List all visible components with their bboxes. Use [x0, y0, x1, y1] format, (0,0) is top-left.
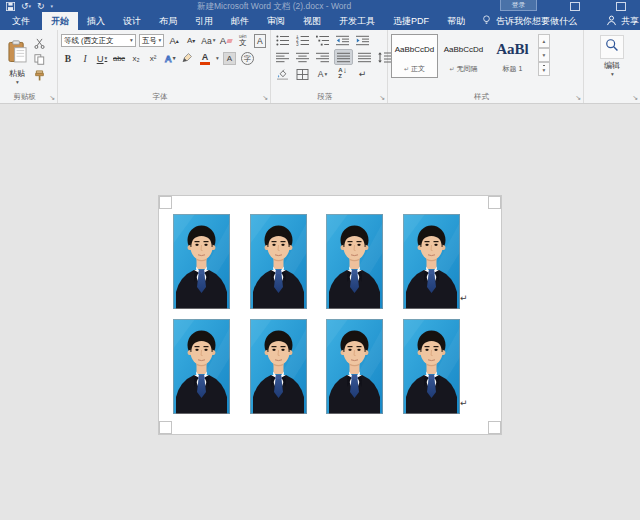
format-painter-button[interactable]	[31, 69, 47, 81]
redo-icon[interactable]: ↻	[37, 1, 45, 11]
tab-review[interactable]: 审阅	[258, 12, 294, 30]
title-bar: ↺▾ ↻ ▾ 新建Microsoft Word 文档 (2).docx - Wo…	[0, 0, 640, 12]
align-center-button[interactable]	[294, 50, 311, 64]
shrink-font-button[interactable]: A▾	[184, 33, 198, 48]
id-photo[interactable]	[173, 319, 230, 414]
window-title: 新建Microsoft Word 文档 (2).docx - Word	[197, 0, 351, 12]
subscript-button[interactable]: x₂	[129, 51, 143, 66]
tab-pdf-addin[interactable]: 迅捷PDF	[384, 12, 438, 30]
id-photo[interactable]	[326, 214, 383, 309]
id-photo[interactable]	[403, 319, 460, 414]
strikethrough-button[interactable]: abc	[112, 51, 126, 66]
show-hide-marks-button[interactable]: ↵	[354, 67, 371, 81]
styles-scroll-down-icon[interactable]: ▾	[538, 48, 550, 62]
styles-group: AaBbCcDd ↵ 正文 AaBbCcDd ↵ 无间隔 AaBl 标题 1 ▴…	[388, 30, 584, 103]
tab-developer[interactable]: 开发工具	[330, 12, 384, 30]
sign-in-button[interactable]: 登录	[500, 0, 537, 11]
paste-dropdown-icon[interactable]: ▾	[16, 80, 19, 85]
font-color-dropdown-icon[interactable]: ▾	[216, 56, 219, 61]
tab-file[interactable]: 文件	[0, 12, 42, 30]
clipboard-group-label: 剪贴板	[0, 92, 49, 102]
customize-qat-icon[interactable]: ▾	[51, 3, 54, 9]
font-color-button[interactable]: A	[198, 51, 212, 66]
clipboard-dialog-launcher-icon[interactable]: ↘	[49, 94, 55, 102]
style-normal[interactable]: AaBbCcDd ↵ 正文	[391, 34, 438, 78]
document-page[interactable]: ↵ ↵	[158, 195, 502, 435]
character-shading-button[interactable]: A	[222, 51, 237, 66]
quick-access-toolbar: ↺▾ ↻ ▾	[6, 0, 53, 12]
paragraph-mark: ↵	[460, 293, 468, 303]
italic-button[interactable]: I	[78, 51, 92, 66]
page-corner-mark	[159, 421, 172, 434]
font-dialog-launcher-icon[interactable]: ↘	[262, 94, 268, 102]
numbering-button[interactable]: 123	[294, 33, 311, 47]
bullets-button[interactable]	[274, 33, 291, 47]
editing-group: 编辑 ▾ ↘	[584, 30, 640, 103]
page-corner-mark	[488, 421, 501, 434]
id-photo[interactable]	[250, 214, 307, 309]
font-group: 等线 (西文正文▾ 五号▾ A▴ A▾ Aa▾ A uén文 A B I U▾ …	[58, 30, 271, 103]
asian-layout-button[interactable]: A▾	[314, 67, 331, 81]
tab-layout[interactable]: 布局	[150, 12, 186, 30]
tab-design[interactable]: 设计	[114, 12, 150, 30]
tab-references[interactable]: 引用	[186, 12, 222, 30]
multilevel-list-button[interactable]	[314, 33, 331, 47]
tab-insert[interactable]: 插入	[78, 12, 114, 30]
align-left-button[interactable]	[274, 50, 291, 64]
sort-button[interactable]: AZ↓	[334, 67, 351, 81]
paragraph-dialog-launcher-icon[interactable]: ↘	[379, 94, 385, 102]
cut-button[interactable]	[31, 37, 47, 49]
paragraph-mark: ↵	[460, 398, 468, 408]
document-workspace[interactable]: ↵ ↵	[0, 104, 640, 520]
change-case-button[interactable]: Aa▾	[201, 33, 216, 48]
copy-button[interactable]	[31, 53, 47, 65]
justify-button[interactable]	[334, 49, 353, 65]
superscript-button[interactable]: x²	[146, 51, 160, 66]
undo-dropdown-icon[interactable]: ▾	[29, 1, 32, 11]
save-icon[interactable]	[6, 2, 15, 11]
underline-button[interactable]: U▾	[95, 51, 109, 66]
character-border-button[interactable]: A	[253, 33, 267, 48]
photo-row-2	[173, 319, 460, 414]
font-name-combo[interactable]: 等线 (西文正文▾	[61, 34, 136, 47]
highlight-color-button[interactable]	[180, 51, 195, 66]
clear-formatting-button[interactable]: A	[219, 33, 233, 48]
tab-help[interactable]: 帮助	[438, 12, 474, 30]
id-photo[interactable]	[250, 319, 307, 414]
tab-mailings[interactable]: 邮件	[222, 12, 258, 30]
borders-button[interactable]	[294, 67, 311, 81]
id-photo[interactable]	[403, 214, 460, 309]
bold-button[interactable]: B	[61, 51, 75, 66]
styles-dialog-launcher-icon[interactable]: ↘	[575, 94, 581, 102]
id-photo[interactable]	[173, 214, 230, 309]
align-right-button[interactable]	[314, 50, 331, 64]
distribute-button[interactable]	[356, 50, 373, 64]
decrease-indent-button[interactable]	[334, 33, 351, 47]
editing-button[interactable]: 编辑 ▾	[597, 35, 627, 77]
font-group-label: 字体	[58, 92, 262, 102]
id-photo[interactable]	[326, 319, 383, 414]
paste-button[interactable]: 粘贴 ▾	[3, 33, 31, 90]
paragraph-group-label: 段落	[271, 92, 379, 102]
phonetic-guide-button[interactable]: uén文	[236, 33, 250, 48]
photo-row-1	[173, 214, 460, 309]
tab-view[interactable]: 视图	[294, 12, 330, 30]
style-heading1[interactable]: AaBl 标题 1	[489, 34, 536, 78]
style-no-spacing[interactable]: AaBbCcDd ↵ 无间隔	[440, 34, 487, 78]
font-size-combo[interactable]: 五号▾	[139, 34, 164, 47]
minimize-icon[interactable]	[616, 2, 626, 11]
styles-gallery-more-icon[interactable]: ▾	[538, 62, 550, 76]
share-button[interactable]: 共享	[606, 12, 639, 30]
text-effects-button[interactable]: A▾	[163, 51, 177, 66]
undo-icon[interactable]: ↺▾	[21, 1, 31, 11]
increase-indent-button[interactable]	[354, 33, 371, 47]
styles-group-label: 样式	[388, 92, 575, 102]
ribbon-options-icon[interactable]	[570, 2, 580, 11]
grow-font-button[interactable]: A▴	[167, 33, 181, 48]
tab-home[interactable]: 开始	[42, 12, 78, 30]
enclose-characters-button[interactable]: 字	[240, 51, 255, 66]
shading-button[interactable]	[274, 67, 291, 81]
tell-me-box[interactable]: 告诉我你想要做什么	[482, 12, 577, 30]
editing-dialog-launcher-icon[interactable]: ↘	[632, 94, 638, 102]
styles-scroll-up-icon[interactable]: ▴	[538, 34, 550, 48]
